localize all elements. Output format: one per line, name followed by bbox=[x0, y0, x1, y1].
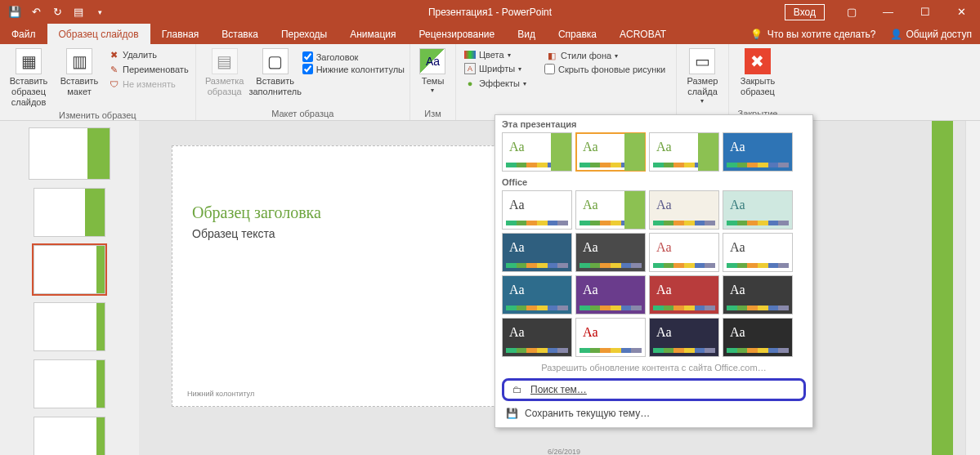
layout-thumbnail[interactable] bbox=[34, 359, 105, 408]
vertical-scrollbar[interactable] bbox=[965, 121, 980, 455]
delete-label: Удалить bbox=[123, 50, 157, 60]
theme-swatch[interactable]: Aa bbox=[502, 190, 572, 230]
chevron-down-icon: ▾ bbox=[518, 65, 521, 73]
delete-layout-button[interactable]: ✖Удалить bbox=[106, 48, 190, 61]
chevron-down-icon: ▾ bbox=[615, 52, 618, 60]
theme-preview-text: Aa bbox=[509, 140, 525, 154]
tell-me-search[interactable]: 💡 Что вы хотите сделать? bbox=[750, 29, 876, 40]
share-button[interactable]: 👤 Общий доступ bbox=[890, 29, 972, 40]
layout-thumbnail[interactable] bbox=[34, 302, 105, 351]
save-current-theme-label: Сохранить текущую тему… bbox=[525, 408, 650, 419]
layout-thumbnail[interactable] bbox=[34, 188, 105, 237]
theme-color-bar bbox=[579, 348, 642, 353]
group-master-layout-label: Макет образца bbox=[201, 107, 405, 120]
theme-swatch[interactable]: Aa bbox=[649, 233, 719, 272]
theme-swatch[interactable]: Aa bbox=[723, 275, 793, 314]
theme-swatch[interactable]: Aa bbox=[575, 233, 646, 272]
theme-preview-text: Aa bbox=[730, 283, 745, 297]
title-checkbox[interactable]: Заголовок bbox=[302, 51, 405, 62]
footer-placeholder[interactable]: Нижний колонтитул bbox=[187, 390, 254, 398]
colors-button[interactable]: Цвета ▾ bbox=[463, 49, 528, 60]
group-size: ▭ Размер слайда ▾ bbox=[677, 44, 729, 120]
maximize-icon[interactable]: ☐ bbox=[906, 0, 943, 24]
fonts-button[interactable]: AШрифты ▾ bbox=[463, 62, 528, 75]
theme-swatch[interactable]: Aa bbox=[502, 275, 572, 314]
slide-size-button[interactable]: ▭ Размер слайда ▾ bbox=[682, 47, 723, 105]
start-from-beginning-icon[interactable]: ▤ bbox=[69, 2, 88, 22]
theme-swatch[interactable]: Aa bbox=[723, 318, 793, 357]
preserve-icon: 🛡 bbox=[108, 78, 119, 90]
tab-insert[interactable]: Вставка bbox=[210, 24, 270, 44]
theme-swatch[interactable]: Aa bbox=[649, 132, 719, 172]
insert-placeholder-icon: ▢ bbox=[262, 48, 289, 74]
tab-slide-master[interactable]: Образец слайдов bbox=[47, 24, 150, 44]
theme-color-bar bbox=[653, 348, 715, 353]
master-thumbnail[interactable] bbox=[29, 127, 110, 180]
tab-help[interactable]: Справка bbox=[547, 24, 608, 44]
theme-swatch[interactable]: Aa bbox=[502, 132, 572, 172]
undo-icon[interactable]: ↶ bbox=[26, 2, 46, 22]
title-bar: 💾 ↶ ↻ ▤ ▾ Презентация1 - PowerPoint Вход… bbox=[0, 0, 980, 24]
save-icon[interactable]: 💾 bbox=[5, 2, 25, 22]
ribbon-display-options-icon[interactable]: ▢ bbox=[833, 0, 870, 24]
qat-customize-icon[interactable]: ▾ bbox=[90, 2, 110, 22]
tab-home[interactable]: Главная bbox=[150, 24, 211, 44]
thumbnail-pane[interactable] bbox=[0, 121, 139, 455]
hide-bg-checkbox-input[interactable] bbox=[544, 64, 555, 74]
save-current-theme-button[interactable]: 💾 Сохранить текущую тему… bbox=[495, 403, 812, 424]
theme-swatch[interactable]: Aa bbox=[649, 318, 719, 357]
theme-swatch[interactable]: Aa bbox=[575, 275, 646, 314]
insert-placeholder-button[interactable]: ▢ Вставить заполнитель bbox=[252, 47, 299, 97]
minimize-icon[interactable]: — bbox=[870, 0, 906, 24]
theme-preview-text: Aa bbox=[730, 240, 745, 255]
browse-themes-button[interactable]: 🗀 Поиск тем… bbox=[502, 378, 806, 401]
tab-transitions[interactable]: Переходы bbox=[270, 24, 338, 44]
footers-checkbox-label: Нижние колонтитулы bbox=[316, 65, 405, 74]
insert-layout-button[interactable]: ▥ Вставить макет bbox=[56, 47, 103, 97]
theme-swatch[interactable]: Aa bbox=[723, 233, 793, 272]
themes-button[interactable]: Aa Темы ▾ bbox=[415, 47, 450, 95]
close-icon[interactable]: ✕ bbox=[943, 0, 980, 24]
layout-thumbnail[interactable] bbox=[34, 245, 105, 294]
themes-office-grid: AaAaAaAaAaAaAaAaAaAaAaAaAaAaAaAa bbox=[495, 189, 812, 359]
background-styles-icon: ◧ bbox=[546, 50, 557, 61]
theme-swatch[interactable]: Aa bbox=[649, 275, 719, 314]
title-checkbox-input[interactable] bbox=[302, 51, 313, 62]
layout-thumbnail[interactable] bbox=[34, 417, 105, 455]
slide-size-label: Размер слайда bbox=[682, 76, 723, 97]
delete-icon: ✖ bbox=[108, 49, 119, 60]
footers-checkbox[interactable]: Нижние колонтитулы bbox=[302, 64, 405, 74]
group-background: Цвета ▾ AШрифты ▾ ●Эффекты ▾ ◧Стили фона… bbox=[456, 44, 677, 120]
theme-swatch[interactable]: Aa bbox=[575, 318, 646, 357]
insert-slide-master-button[interactable]: ▦ Вставить образец слайдов bbox=[5, 47, 52, 109]
theme-color-bar bbox=[653, 263, 715, 268]
close-master-button[interactable]: ✖ Закрыть образец bbox=[734, 47, 781, 97]
tab-file[interactable]: Файл bbox=[0, 24, 47, 44]
tell-me-label: Что вы хотите сделать? bbox=[767, 29, 876, 40]
tab-acrobat[interactable]: ACROBAT bbox=[608, 24, 678, 44]
share-icon: 👤 bbox=[890, 29, 902, 40]
theme-swatch[interactable]: Aa bbox=[723, 190, 793, 230]
tab-animation[interactable]: Анимация bbox=[338, 24, 407, 44]
theme-swatch[interactable]: Aa bbox=[649, 190, 719, 230]
background-styles-button[interactable]: ◧Стили фона ▾ bbox=[544, 49, 665, 62]
footers-checkbox-input[interactable] bbox=[302, 64, 313, 74]
colors-icon bbox=[464, 51, 476, 59]
fonts-icon: A bbox=[464, 63, 476, 74]
theme-swatch[interactable]: Aa bbox=[723, 132, 793, 172]
hide-bg-checkbox[interactable]: Скрыть фоновые рисунки bbox=[544, 64, 665, 74]
rename-button[interactable]: ✎Переименовать bbox=[106, 63, 190, 76]
themes-label: Темы bbox=[422, 76, 445, 87]
theme-color-bar bbox=[653, 221, 715, 225]
sign-in-button[interactable]: Вход bbox=[785, 4, 825, 20]
theme-swatch[interactable]: Aa bbox=[575, 132, 646, 172]
effects-icon: ● bbox=[464, 78, 476, 89]
tab-view[interactable]: Вид bbox=[506, 24, 547, 44]
theme-swatch[interactable]: Aa bbox=[502, 233, 572, 272]
theme-color-bar bbox=[727, 306, 789, 310]
effects-button[interactable]: ●Эффекты ▾ bbox=[463, 77, 528, 90]
tab-review[interactable]: Рецензирование bbox=[408, 24, 507, 44]
theme-swatch[interactable]: Aa bbox=[575, 190, 646, 230]
redo-icon[interactable]: ↻ bbox=[47, 2, 67, 22]
theme-swatch[interactable]: Aa bbox=[502, 318, 572, 357]
